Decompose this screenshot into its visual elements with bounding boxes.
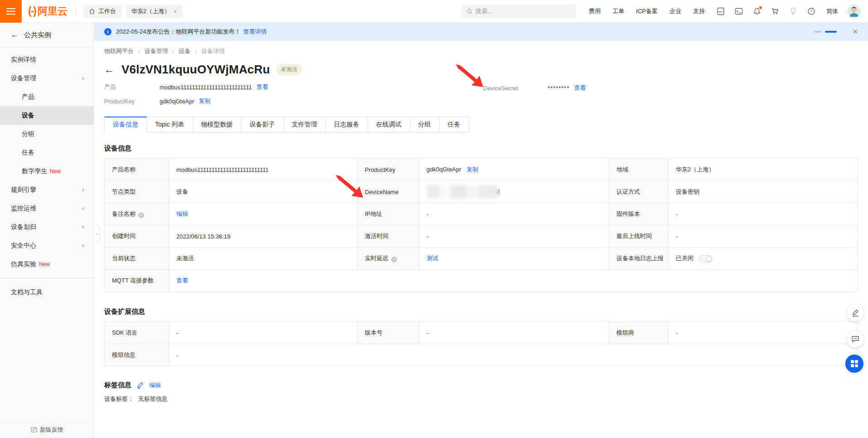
table-row: 节点类型 设备 DeviceName 复制 认证方式 设备密钥 — [105, 181, 858, 203]
nav-billing[interactable]: 费用 — [589, 7, 601, 15]
feedback-pencil-button[interactable] — [847, 305, 863, 321]
notification-bell-icon[interactable] — [753, 7, 761, 15]
nav-support[interactable]: 支持 — [693, 7, 705, 15]
edit-pencil-icon[interactable] — [137, 382, 144, 389]
chat-support-button[interactable] — [847, 331, 863, 347]
nav-tickets[interactable]: 工单 — [612, 7, 624, 15]
table-row: SDK 语言 - 版本号 - 模组商 - — [105, 322, 858, 344]
status-badge: 未激活 — [276, 64, 302, 75]
help-circle-icon[interactable]: ? — [138, 212, 144, 218]
sidebar-item-device-assignment[interactable]: 设备划归 ∨ — [0, 218, 94, 236]
announcement-text: 2022-05-24发布公告：物联网平台新功能发布！ — [116, 28, 241, 36]
search-icon — [466, 8, 473, 15]
product-view-link[interactable]: 查看 — [257, 83, 268, 91]
test-delay-link[interactable]: 测试 — [427, 255, 438, 262]
label-current-status: 当前状态 — [105, 248, 169, 270]
new-badge: New — [39, 261, 50, 268]
value-region: 华东2（上海） — [669, 159, 858, 181]
sidebar-collapse-handle[interactable]: ‹ — [94, 224, 100, 243]
back-arrow-icon[interactable]: ← — [104, 64, 114, 76]
masked-devicename — [427, 185, 498, 199]
tab-online-debug[interactable]: 在线调试 — [368, 117, 410, 132]
hamburger-menu-icon[interactable] — [0, 0, 22, 23]
page-header: ← V6lzVN1kquuOYWjMAcRu 未激活 — [104, 63, 868, 77]
aliyun-logo-mark: (-) — [28, 5, 36, 17]
sidebar-item-tasks[interactable]: 任务 — [0, 143, 94, 162]
sidebar-item-simulation[interactable]: 仿真实验 New — [0, 255, 94, 273]
nav-enterprise[interactable]: 企业 — [669, 7, 681, 15]
tab-log-service[interactable]: 日志服务 — [326, 117, 368, 132]
value-devicename: 复制 — [419, 181, 609, 203]
label-product-name: 产品名称 — [105, 159, 169, 181]
tab-tsl-data[interactable]: 物模型数据 — [193, 117, 242, 132]
aliyun-logo[interactable]: (-) 阿里云 — [28, 5, 68, 18]
value-ip-address: - — [419, 203, 609, 225]
label-version: 版本号 — [358, 322, 419, 344]
breadcrumb-device-management[interactable]: 设备管理 — [145, 47, 168, 55]
help-circle-icon[interactable]: ? — [391, 257, 397, 263]
app-icon[interactable]: APP — [717, 7, 725, 15]
sidebar-item-docs-tools[interactable]: 文档与工具 — [0, 283, 94, 302]
breadcrumb-iot-platform[interactable]: 物联网平台 — [104, 47, 134, 55]
value-module-info: - — [169, 344, 858, 366]
sidebar-item-devices[interactable]: 设备 — [0, 106, 94, 125]
value-version: - — [419, 322, 609, 344]
device-secret-view-link[interactable]: 查看 — [574, 84, 586, 92]
label-module-vendor: 模组商 — [609, 322, 669, 344]
sidebar-item-security-center[interactable]: 安全中心 ∨ — [0, 236, 94, 255]
productkey-value: gdk0qGteApr — [160, 98, 194, 105]
productkey-copy-link[interactable]: 复制 — [199, 97, 211, 105]
detail-tabs: 设备信息 Topic 列表 物模型数据 设备影子 文件管理 日志服务 在线调试 … — [104, 117, 868, 132]
section-title-tags: 标签信息 — [104, 381, 131, 389]
feedback-button[interactable]: 新版反馈 — [0, 421, 94, 438]
copy-productkey-link[interactable]: 复制 — [466, 166, 478, 173]
sidebar-item-rules-engine[interactable]: 规则引擎 ∨ — [0, 180, 94, 199]
meta-product-row: 产品 modbus1111111111111111111111111 查看 — [104, 83, 268, 91]
carousel-indicator[interactable] — [814, 31, 821, 33]
tab-tasks[interactable]: 任务 — [440, 117, 469, 132]
value-realtime-delay: 测试 — [419, 248, 609, 270]
sidebar-item-monitoring[interactable]: 监控运维 ∨ — [0, 199, 94, 218]
breadcrumb-devices[interactable]: 设备 — [179, 47, 190, 55]
sidebar-item-device-management[interactable]: 设备管理 ∧ — [0, 69, 94, 88]
lightbulb-icon[interactable] — [789, 7, 797, 15]
widget-panel-button[interactable] — [845, 355, 863, 373]
back-arrow-icon[interactable]: ← — [11, 30, 19, 39]
announcement-detail-link[interactable]: 查看详情 — [243, 28, 267, 36]
info-icon: i — [104, 28, 112, 35]
help-icon[interactable]: ? — [807, 7, 815, 15]
label-auth-method: 认证方式 — [609, 181, 669, 203]
sidebar-menu: 实例详情 设备管理 ∧ 产品 设备 分组 任务 数字孪生 New 规则引擎 ∨ … — [0, 48, 94, 302]
local-log-toggle[interactable] — [699, 255, 713, 263]
sidebar-item-instance-detail[interactable]: 实例详情 — [0, 50, 94, 69]
terminal-icon[interactable] — [735, 7, 743, 15]
home-icon — [89, 8, 95, 15]
locale-switch[interactable]: 简体 — [826, 7, 838, 15]
tab-groups[interactable]: 分组 — [410, 117, 440, 132]
tab-device-shadow[interactable]: 设备影子 — [242, 117, 284, 132]
tab-device-info[interactable]: 设备信息 — [104, 117, 147, 132]
close-icon[interactable]: ✕ — [852, 28, 858, 36]
tab-topic-list[interactable]: Topic 列表 — [147, 117, 193, 132]
search-input[interactable] — [475, 8, 566, 15]
new-badge: New — [50, 168, 61, 175]
edit-remark-link[interactable]: 编辑 — [176, 210, 188, 217]
edit-tags-link[interactable]: 编辑 — [149, 381, 161, 389]
sidebar-item-products[interactable]: 产品 — [0, 88, 94, 106]
tab-file-management[interactable]: 文件管理 — [284, 117, 326, 132]
cart-icon[interactable] — [771, 7, 779, 15]
global-search[interactable] — [462, 5, 576, 18]
workbench-button[interactable]: 工作台 — [83, 5, 121, 18]
nav-icp[interactable]: ICP备案 — [636, 7, 658, 15]
region-selector[interactable]: 华东2（上海） ∨ — [126, 5, 183, 18]
label-module-info: 模组信息 — [105, 344, 169, 366]
meta-productkey-row: ProductKey gdk0qGteApr 复制 — [104, 97, 211, 105]
carousel-indicator-active[interactable] — [825, 31, 837, 33]
sidebar-item-groups[interactable]: 分组 — [0, 125, 94, 143]
workbench-label: 工作台 — [98, 7, 116, 15]
value-local-log-report: 已关闭 — [669, 248, 858, 270]
user-avatar[interactable] — [847, 5, 861, 18]
value-activate-time: - — [419, 225, 609, 248]
sidebar-item-digital-twin[interactable]: 数字孪生 New — [0, 162, 94, 180]
view-mqtt-params-link[interactable]: 查看 — [176, 277, 188, 284]
